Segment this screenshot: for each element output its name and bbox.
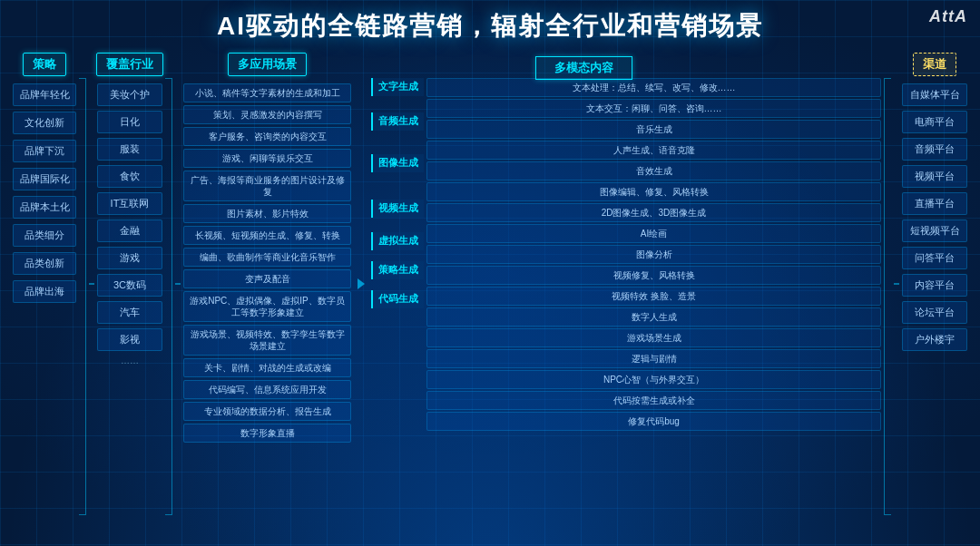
list-item: AI绘画 xyxy=(426,224,881,243)
main-layout: 策略 品牌年轻化 文化创新 品牌下沉 品牌国际化 品牌本土化 品类细分 品类创新… xyxy=(13,53,967,515)
channel-header: 渠道 xyxy=(913,53,956,76)
connector-2 xyxy=(175,283,181,285)
list-item: 代码编写、信息系统应用开发 xyxy=(183,380,351,399)
list-item: 图像生成 xyxy=(371,154,424,172)
page-title: AI驱动的全链路营销，辐射全行业和营销场景 xyxy=(13,9,967,44)
list-item: NPC心智（与外界交互） xyxy=(426,370,881,389)
list-item: 服装 xyxy=(97,138,162,161)
list-item: 游戏NPC、虚拟偶像、虚拟IP、数字员工等数字形象建立 xyxy=(183,291,351,322)
list-item: 虚拟生成 xyxy=(371,232,424,250)
list-item: 音频平台 xyxy=(902,138,967,161)
industry-header: 覆盖行业 xyxy=(96,53,163,76)
list-item: 游戏场景、视频特效、数字孪生等数字场景建立 xyxy=(183,325,351,356)
connector-1 xyxy=(89,283,94,285)
list-item: 文本交互：闲聊、问答、咨询…… xyxy=(426,99,881,118)
list-item: 2D图像生成、3D图像生成 xyxy=(426,203,881,222)
industry-items: 美妆个护 日化 服装 食饮 IT互联网 金融 游戏 3C数码 汽车 影视 …… xyxy=(97,83,162,366)
scenarios-column: 多应用场景 小说、稿件等文字素材的生成和加工 策划、灵感激发的内容撰写 客户服务… xyxy=(183,53,351,515)
list-item: 电商平台 xyxy=(902,111,967,133)
list-item: 视频平台 xyxy=(902,165,967,188)
list-item: 品类创新 xyxy=(13,252,76,275)
list-item: 论坛平台 xyxy=(902,301,967,324)
list-item: 音乐生成 xyxy=(426,120,881,139)
multimodal-content-header: 多模态内容 xyxy=(535,56,632,80)
list-item: 逻辑与剧情 xyxy=(426,349,881,368)
list-item: 户外楼宇 xyxy=(902,328,967,351)
list-item: 视频修复、风格转换 xyxy=(426,266,881,285)
list-item: 游戏 xyxy=(97,247,162,269)
list-item: 汽车 xyxy=(97,301,162,324)
list-item: 3C数码 xyxy=(97,274,162,297)
list-item: 长视频、短视频的生成、修复、转换 xyxy=(183,226,351,245)
list-item: 文本处理：总结、续写、改写、修改…… xyxy=(426,78,881,97)
bracket-left-1 xyxy=(884,78,891,515)
connector-3 xyxy=(894,283,899,285)
list-item: 短视频平台 xyxy=(902,219,967,242)
list-item: 品牌下沉 xyxy=(13,140,76,162)
industry-column: 覆盖行业 美妆个护 日化 服装 食饮 IT互联网 金融 游戏 3C数码 汽车 影… xyxy=(97,53,162,515)
list-item: 变声及配音 xyxy=(183,269,351,288)
list-item: 文化创新 xyxy=(13,112,76,134)
list-item: 人声生成、语音克隆 xyxy=(426,141,881,160)
bracket-right-1 xyxy=(79,78,86,515)
list-item: 音效生成 xyxy=(426,161,881,180)
content-type-labels: 文字生成 音频生成 图像生成 视频生成 虚拟生成 策略生成 代码生成 xyxy=(371,53,424,515)
list-item: 内容平台 xyxy=(902,274,967,297)
scenarios-header: 多应用场景 xyxy=(228,53,307,76)
channel-column: 渠道 自媒体平台 电商平台 音频平台 视频平台 直播平台 短视频平台 问答平台 … xyxy=(902,53,967,515)
scenario-items: 小说、稿件等文字素材的生成和加工 策划、灵感激发的内容撰写 客户服务、咨询类的内… xyxy=(183,83,351,443)
list-item: 客户服务、咨询类的内容交互 xyxy=(183,127,351,146)
list-item: 图片素材、影片特效 xyxy=(183,204,351,223)
list-item: 影视 xyxy=(97,328,162,351)
list-item: 日化 xyxy=(97,111,162,133)
list-item: 代码按需生成或补全 xyxy=(426,391,881,410)
list-item: 品牌国际化 xyxy=(13,168,76,190)
list-item: 自媒体平台 xyxy=(902,83,967,106)
list-item: 直播平台 xyxy=(902,192,967,215)
channel-items: 自媒体平台 电商平台 音频平台 视频平台 直播平台 短视频平台 问答平台 内容平… xyxy=(902,83,967,351)
list-item: 编曲、歌曲制作等商业化音乐智作 xyxy=(183,248,351,267)
strategy-column: 策略 品牌年轻化 文化创新 品牌下沉 品牌国际化 品牌本土化 品类细分 品类创新… xyxy=(13,53,76,515)
list-item: 专业领域的数据分析、报告生成 xyxy=(183,402,351,421)
strategy-header: 策略 xyxy=(23,53,66,76)
list-item: 音频生成 xyxy=(371,112,424,131)
list-item: 食饮 xyxy=(97,165,162,188)
list-item: 策略生成 xyxy=(371,261,424,279)
list-item: 视频特效 换脸、造景 xyxy=(426,287,881,306)
list-item: 品牌出海 xyxy=(13,280,76,303)
list-item: 文字生成 xyxy=(371,78,424,96)
list-item: 美妆个护 xyxy=(97,83,162,106)
list-item: 小说、稿件等文字素材的生成和加工 xyxy=(183,83,351,102)
list-item: 游戏、闲聊等娱乐交互 xyxy=(183,149,351,168)
list-item: 代码生成 xyxy=(371,290,424,308)
list-item: 关卡、剧情、对战的生成或改编 xyxy=(183,358,351,377)
bracket-right-2 xyxy=(165,78,172,515)
list-item: 品牌年轻化 xyxy=(13,83,76,106)
list-item: 问答平台 xyxy=(902,247,967,269)
list-item: 数字形象直播 xyxy=(183,424,351,443)
list-item: 图像分析 xyxy=(426,245,881,264)
list-item: IT互联网 xyxy=(97,192,162,215)
arrow-right xyxy=(354,278,368,289)
list-item: 金融 xyxy=(97,219,162,242)
strategy-items: 品牌年轻化 文化创新 品牌下沉 品牌国际化 品牌本土化 品类细分 品类创新 品牌… xyxy=(13,83,76,303)
list-item: 广告、海报等商业服务的图片设计及修复 xyxy=(183,171,351,201)
list-item: 游戏场景生成 xyxy=(426,328,881,347)
atta-badge: AttA xyxy=(929,7,967,26)
list-item: 品类细分 xyxy=(13,224,76,247)
list-item: 策划、灵感激发的内容撰写 xyxy=(183,105,351,124)
list-item: 修复代码bug xyxy=(426,412,881,431)
list-item: 图像编辑、修复、风格转换 xyxy=(426,182,881,201)
list-item: 数字人生成 xyxy=(426,307,881,327)
list-item: 视频生成 xyxy=(371,200,424,218)
multimodal-details: 文本处理：总结、续写、改写、修改…… 文本交互：闲聊、问答、咨询…… 音乐生成 … xyxy=(426,53,881,515)
list-item: 品牌本土化 xyxy=(13,196,76,219)
